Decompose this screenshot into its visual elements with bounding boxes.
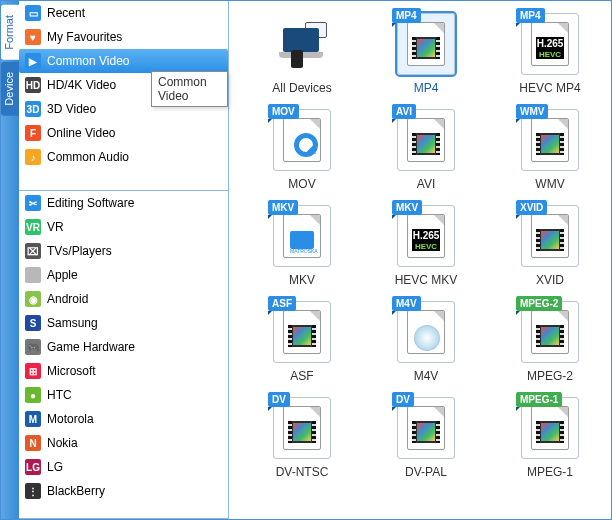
grid-item-label: M4V bbox=[414, 369, 439, 383]
format-badge: XVID bbox=[516, 200, 547, 215]
file-icon bbox=[531, 310, 569, 354]
item-label: Editing Software bbox=[47, 196, 134, 210]
item-label: VR bbox=[47, 220, 64, 234]
3d-icon: 3D bbox=[25, 101, 41, 117]
format-thumb: M4V bbox=[397, 301, 455, 363]
grid-item-mkv[interactable]: MKVMATROSKAMKV bbox=[245, 205, 359, 287]
grid-item-label: MPEG-2 bbox=[527, 369, 573, 383]
format-badge: MKV bbox=[392, 200, 422, 215]
file-icon bbox=[407, 310, 445, 354]
format-thumb: MKVMATROSKA bbox=[273, 205, 331, 267]
item-label: HD/4K Video bbox=[47, 78, 116, 92]
format-badge: AVI bbox=[392, 104, 416, 119]
device-item-blackberry[interactable]: ⋮BlackBerry bbox=[19, 479, 228, 503]
format-item-recent[interactable]: ▭Recent bbox=[19, 1, 228, 25]
format-grid: All DevicesMP4MP4MP4H.265HEVCHEVC MP4MOV… bbox=[229, 1, 611, 491]
device-item-microsoft[interactable]: ⊞Microsoft bbox=[19, 359, 228, 383]
tooltip: Common Video bbox=[151, 71, 228, 107]
format-badge: WMV bbox=[516, 104, 548, 119]
item-label: Recent bbox=[47, 6, 85, 20]
device-item-game-hardware[interactable]: 🎮Game Hardware bbox=[19, 335, 228, 359]
audio-icon: ♪ bbox=[25, 149, 41, 165]
format-thumb: MOV bbox=[273, 109, 331, 171]
device-item-nokia[interactable]: NNokia bbox=[19, 431, 228, 455]
grid-item-asf[interactable]: ASFASF bbox=[245, 301, 359, 383]
left-panels: ▭Recent♥My Favourites▶Common VideoHDHD/4… bbox=[19, 1, 229, 519]
device-item-vr[interactable]: VRVR bbox=[19, 215, 228, 239]
nokia-icon: N bbox=[25, 435, 41, 451]
format-thumb: DV bbox=[397, 397, 455, 459]
format-badge: DV bbox=[392, 392, 414, 407]
file-icon: H.265HEVC bbox=[531, 22, 569, 66]
format-thumb: DV bbox=[273, 397, 331, 459]
grid-item-wmv[interactable]: WMVWMV bbox=[493, 109, 607, 191]
format-thumb: MP4 bbox=[397, 13, 455, 75]
side-tab-format[interactable]: Format bbox=[1, 5, 19, 60]
grid-item-label: AVI bbox=[417, 177, 435, 191]
format-item-common-video[interactable]: ▶Common Video bbox=[19, 49, 228, 73]
grid-item-mp4[interactable]: MP4MP4 bbox=[369, 13, 483, 95]
file-icon bbox=[531, 406, 569, 450]
format-thumb bbox=[273, 13, 331, 75]
format-badge: MP4 bbox=[516, 8, 545, 23]
file-icon: H.265HEVC bbox=[407, 214, 445, 258]
device-item-htc[interactable]: ●HTC bbox=[19, 383, 228, 407]
file-icon bbox=[407, 406, 445, 450]
grid-item-dv-pal[interactable]: DVDV-PAL bbox=[369, 397, 483, 479]
grid-scroll[interactable]: All DevicesMP4MP4MP4H.265HEVCHEVC MP4MOV… bbox=[229, 1, 611, 519]
grid-item-label: MPEG-1 bbox=[527, 465, 573, 479]
file-icon bbox=[531, 118, 569, 162]
grid-item-hevc-mp4[interactable]: MP4H.265HEVCHEVC MP4 bbox=[493, 13, 607, 95]
file-icon bbox=[283, 406, 321, 450]
devices-icon bbox=[277, 22, 327, 66]
format-thumb: XVID bbox=[521, 205, 579, 267]
format-thumb: MPEG-2 bbox=[521, 301, 579, 363]
format-badge: MKV bbox=[268, 200, 298, 215]
device-item-apple[interactable]: Apple bbox=[19, 263, 228, 287]
item-label: LG bbox=[47, 460, 63, 474]
device-item-samsung[interactable]: SSamsung bbox=[19, 311, 228, 335]
samsung-icon: S bbox=[25, 315, 41, 331]
file-icon bbox=[283, 118, 321, 162]
htc-icon: ● bbox=[25, 387, 41, 403]
device-item-motorola[interactable]: MMotorola bbox=[19, 407, 228, 431]
grid-item-label: XVID bbox=[536, 273, 564, 287]
format-thumb: MP4H.265HEVC bbox=[521, 13, 579, 75]
device-item-lg[interactable]: LGLG bbox=[19, 455, 228, 479]
item-label: 3D Video bbox=[47, 102, 96, 116]
grid-item-label: HEVC MKV bbox=[395, 273, 458, 287]
item-label: Android bbox=[47, 292, 88, 306]
grid-item-label: HEVC MP4 bbox=[519, 81, 580, 95]
grid-item-mpeg-1[interactable]: MPEG-1MPEG-1 bbox=[493, 397, 607, 479]
item-label: Game Hardware bbox=[47, 340, 135, 354]
grid-item-hevc-mkv[interactable]: MKVH.265HEVCHEVC MKV bbox=[369, 205, 483, 287]
grid-item-avi[interactable]: AVIAVI bbox=[369, 109, 483, 191]
item-label: Motorola bbox=[47, 412, 94, 426]
grid-item-label: ASF bbox=[290, 369, 313, 383]
grid-item-label: MOV bbox=[288, 177, 315, 191]
side-tab-device[interactable]: Device bbox=[1, 62, 19, 116]
device-item-editing-software[interactable]: ✂Editing Software bbox=[19, 191, 228, 215]
grid-item-mpeg-2[interactable]: MPEG-2MPEG-2 bbox=[493, 301, 607, 383]
game-icon: 🎮 bbox=[25, 339, 41, 355]
grid-item-label: All Devices bbox=[272, 81, 331, 95]
grid-item-mov[interactable]: MOVMOV bbox=[245, 109, 359, 191]
format-item-online-video[interactable]: FOnline Video bbox=[19, 121, 228, 145]
device-item-tvs-players[interactable]: ⌧TVs/Players bbox=[19, 239, 228, 263]
format-thumb: MKVH.265HEVC bbox=[397, 205, 455, 267]
panel-device[interactable]: ✂Editing SoftwareVRVR⌧TVs/PlayersApple◉A… bbox=[19, 191, 228, 519]
lg-icon: LG bbox=[25, 459, 41, 475]
grid-item-dv-ntsc[interactable]: DVDV-NTSC bbox=[245, 397, 359, 479]
format-item-common-audio[interactable]: ♪Common Audio bbox=[19, 145, 228, 169]
device-item-android[interactable]: ◉Android bbox=[19, 287, 228, 311]
android-icon: ◉ bbox=[25, 291, 41, 307]
grid-item-xvid[interactable]: XVIDXVID bbox=[493, 205, 607, 287]
grid-item-m4v[interactable]: M4VM4V bbox=[369, 301, 483, 383]
online-icon: F bbox=[25, 125, 41, 141]
tv-icon: ⌧ bbox=[25, 243, 41, 259]
grid-item-all-devices[interactable]: All Devices bbox=[245, 13, 359, 95]
format-item-my-favourites[interactable]: ♥My Favourites bbox=[19, 25, 228, 49]
grid-item-label: WMV bbox=[535, 177, 564, 191]
item-label: Common Audio bbox=[47, 150, 129, 164]
apple-icon bbox=[25, 267, 41, 283]
